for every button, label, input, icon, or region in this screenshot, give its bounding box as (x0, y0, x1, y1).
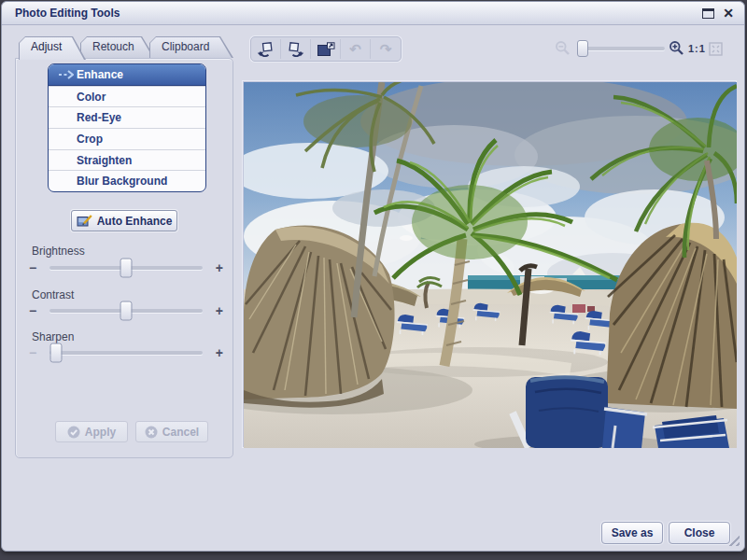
cancel-button[interactable]: Cancel (135, 421, 208, 442)
minus-label: − (29, 303, 46, 318)
apply-label: Apply (85, 426, 116, 439)
zoom-slider-track[interactable] (577, 47, 665, 50)
save-as-button[interactable]: Save as (601, 522, 663, 544)
tab-adjust-label: Adjust (19, 36, 86, 58)
brightness-slider-track[interactable] (49, 266, 203, 270)
brightness-label: Brightness (32, 245, 85, 258)
maximize-button[interactable] (702, 8, 714, 19)
plus-label: + (206, 260, 223, 275)
rotate-left-button[interactable] (251, 39, 281, 59)
check-circle-icon (67, 426, 80, 439)
fit-to-window-icon (709, 42, 723, 56)
tool-item-red-eye[interactable]: Red-Eye (49, 106, 205, 128)
sharpen-slider-handle[interactable] (49, 343, 62, 363)
tool-list: Enhance Color Red-Eye Crop Straighten Bl… (48, 63, 206, 192)
title-bar[interactable]: Photo Editing Tools ✕ (2, 2, 744, 25)
photo-editing-window: Photo Editing Tools ✕ Adjust Retouch Cli… (1, 1, 745, 552)
tool-item-crop[interactable]: Crop (49, 128, 205, 149)
plus-label: + (206, 303, 223, 318)
fit-to-window-button[interactable] (709, 42, 723, 60)
tool-item-enhance[interactable]: Enhance (49, 64, 205, 86)
tool-item-color[interactable]: Color (49, 86, 205, 107)
auto-enhance-button[interactable]: Auto Enhance (71, 210, 177, 231)
image-toolbar: ↶ ↷ (250, 36, 402, 62)
sharpen-label: Sharpen (32, 330, 74, 343)
contrast-slider-handle[interactable] (120, 301, 133, 321)
close-label: Close (684, 526, 715, 539)
resize-button[interactable] (311, 39, 341, 59)
tab-adjust[interactable]: Adjust (19, 36, 86, 60)
sharpen-slider-track[interactable] (49, 351, 203, 355)
actual-size-button[interactable]: 1:1 (688, 43, 706, 54)
x-circle-icon (145, 426, 158, 439)
tool-item-label: Red-Eye (77, 111, 121, 124)
zoom-out-button[interactable] (555, 40, 571, 60)
rotate-right-button[interactable] (281, 39, 311, 59)
beach-photo (244, 82, 737, 448)
undo-icon: ↶ (349, 42, 361, 56)
tool-item-label: Crop (77, 133, 103, 146)
cancel-label: Cancel (162, 426, 199, 439)
minus-label: − (29, 260, 46, 275)
plus-label: + (206, 345, 223, 360)
contrast-slider: − + (29, 301, 223, 320)
window-close-button[interactable]: ✕ (721, 5, 736, 21)
apply-button[interactable]: Apply (55, 421, 128, 442)
contrast-slider-track[interactable] (49, 309, 203, 313)
zoom-in-button[interactable] (669, 40, 684, 60)
redo-button[interactable]: ↷ (371, 39, 401, 59)
close-button[interactable]: Close (669, 522, 730, 544)
magnifier-minus-icon (555, 40, 571, 56)
rotate-right-icon (286, 41, 305, 57)
contrast-label: Contrast (32, 288, 74, 301)
brightness-slider: − + (29, 259, 223, 277)
rotate-left-icon (256, 41, 275, 57)
dashed-arrow-icon (58, 70, 74, 79)
zoom-slider-handle[interactable] (577, 40, 588, 57)
undo-button[interactable]: ↶ (341, 39, 371, 59)
auto-enhance-label: Auto Enhance (97, 215, 173, 228)
redo-icon: ↷ (380, 42, 392, 56)
tab-strip: Adjust Retouch Clipboard (19, 36, 228, 59)
adjust-panel: Enhance Color Red-Eye Crop Straighten Bl… (15, 58, 233, 458)
tool-item-straighten[interactable]: Straighten (49, 149, 205, 171)
sharpen-slider: − + (29, 343, 223, 362)
magnifier-plus-icon (669, 40, 684, 56)
magic-photo-icon (77, 215, 92, 228)
tool-item-label: Blur Background (77, 175, 167, 188)
resize-image-icon (317, 42, 335, 57)
tool-item-label: Color (77, 91, 106, 104)
photo-canvas (243, 81, 736, 447)
brightness-slider-handle[interactable] (120, 259, 133, 278)
tab-clipboard[interactable]: Clipboard (149, 36, 233, 58)
minus-label: − (29, 345, 46, 360)
tab-clipboard-label: Clipboard (149, 36, 233, 58)
window-title: Photo Editing Tools (15, 2, 120, 25)
tab-retouch-label: Retouch (80, 36, 155, 58)
tool-item-label: Enhance (77, 68, 123, 81)
tool-item-label: Straighten (77, 154, 132, 167)
tab-retouch[interactable]: Retouch (80, 36, 155, 58)
save-as-label: Save as (612, 526, 654, 539)
tool-item-blur-background[interactable]: Blur Background (49, 170, 205, 191)
